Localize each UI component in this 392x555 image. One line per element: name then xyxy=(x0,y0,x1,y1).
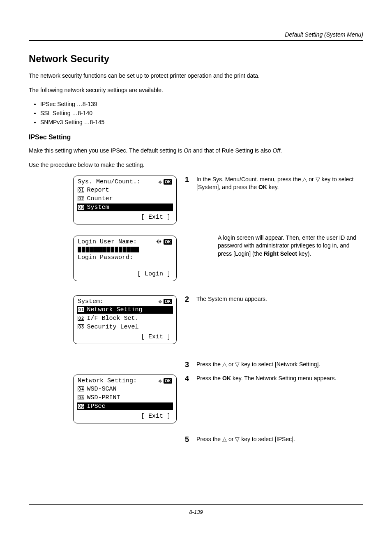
menu-item-selected: System xyxy=(87,204,109,211)
menu-item: WSD-PRINT xyxy=(87,394,120,401)
down-icon: ▽ xyxy=(235,436,240,442)
breadcrumb: Default Setting (System Menu) xyxy=(29,31,363,38)
lcd-screen-sys-menu: Sys. Menu/Count.: ✥ OK 0 1Report 0 2Coun… xyxy=(73,176,177,224)
up-icon: △ xyxy=(222,361,227,368)
body-text: Make this setting when you use IPSec. Th… xyxy=(29,147,363,155)
step-number: 2 xyxy=(185,295,196,304)
divider xyxy=(29,504,363,505)
lcd-screen-system: System: ✥ OK 0 1Network Setting 0 2I/F B… xyxy=(73,295,177,344)
softkey-exit: [ Exit ] xyxy=(77,333,173,340)
up-icon: △ xyxy=(302,176,307,183)
item-number: 0 5 xyxy=(78,395,84,400)
step-number: 4 xyxy=(185,375,196,383)
step-3: 3 Press the △ or ▽ key to select [Networ… xyxy=(185,361,363,369)
cursor-icon: ⯐ xyxy=(156,238,162,245)
item-number: 0 4 xyxy=(78,386,84,391)
page-number: 8-139 xyxy=(29,509,363,515)
step-5: 5 Press the △ or ▽ key to select [IPSec]… xyxy=(185,435,363,444)
item-number: 0 3 xyxy=(78,205,84,210)
softkey-login: [ Login ] xyxy=(77,270,173,278)
intro-paragraph-1: The network security functions can be se… xyxy=(29,72,363,80)
divider xyxy=(29,40,363,41)
step-1-login-note: A login screen will appear. Then, enter … xyxy=(218,234,363,258)
lcd-screen-login: Login User Name: ⯐ OK Login Password: [ … xyxy=(73,236,177,281)
ok-icon: OK xyxy=(164,239,172,245)
lcd-screen-network-setting: Network Setting: ✥ OK 0 4WSD-SCAN 0 5WSD… xyxy=(73,375,177,423)
menu-item: Report xyxy=(87,187,109,194)
lcd-title: Network Setting: xyxy=(78,377,137,384)
item-number: 0 2 xyxy=(78,316,84,321)
list-item: SNMPv3 Setting …8-145 xyxy=(40,119,363,125)
menu-item: Counter xyxy=(87,195,113,202)
lcd-title: Sys. Menu/Count.: xyxy=(78,178,141,185)
step-2: 2 The System menu appears. xyxy=(185,295,363,304)
softkey-exit: [ Exit ] xyxy=(77,412,173,420)
step-number: 1 xyxy=(185,176,196,192)
login-password-label: Login Password: xyxy=(77,254,173,261)
lcd-title: System: xyxy=(78,298,104,305)
menu-item: Security Level xyxy=(87,324,138,331)
nav-icon: ✥ xyxy=(159,178,162,185)
step-4: 4 Press the OK key. The Network Setting … xyxy=(185,375,363,383)
body-text: Use the procedure below to make the sett… xyxy=(29,161,363,169)
toc-list: IPSec Setting …8-139 SSL Setting …8-140 … xyxy=(29,101,363,125)
menu-item-selected: IPSec xyxy=(87,403,105,410)
step-number: 5 xyxy=(185,435,196,444)
item-number: 0 1 xyxy=(78,187,84,192)
step-1: 1 In the Sys. Menu/Count. menu, press th… xyxy=(185,176,363,192)
menu-item: WSD-SCAN xyxy=(87,386,116,393)
page-title: Network Security xyxy=(29,53,363,65)
item-number: 0 2 xyxy=(78,196,84,201)
login-user-input xyxy=(77,246,173,253)
step-number: 3 xyxy=(185,361,196,369)
intro-paragraph-2: The following network security settings … xyxy=(29,86,363,94)
ok-icon: OK xyxy=(164,299,172,304)
ok-icon: OK xyxy=(164,179,172,185)
down-icon: ▽ xyxy=(316,176,320,183)
softkey-exit: [ Exit ] xyxy=(77,213,173,221)
section-heading: IPSec Setting xyxy=(29,134,363,141)
item-number: 0 3 xyxy=(78,324,84,329)
item-number: 0 1 xyxy=(78,307,84,312)
list-item: SSL Setting …8-140 xyxy=(40,110,363,116)
menu-item-selected: Network Setting xyxy=(87,306,142,313)
lcd-title: Login User Name: xyxy=(78,238,137,245)
menu-item: I/F Block Set. xyxy=(87,315,138,322)
list-item: IPSec Setting …8-139 xyxy=(40,101,363,107)
ok-icon: OK xyxy=(164,378,172,384)
nav-icon: ✥ xyxy=(159,298,162,305)
up-icon: △ xyxy=(222,436,227,442)
down-icon: ▽ xyxy=(235,361,240,368)
nav-icon: ✥ xyxy=(159,377,162,384)
item-number: 0 6 xyxy=(78,404,84,409)
